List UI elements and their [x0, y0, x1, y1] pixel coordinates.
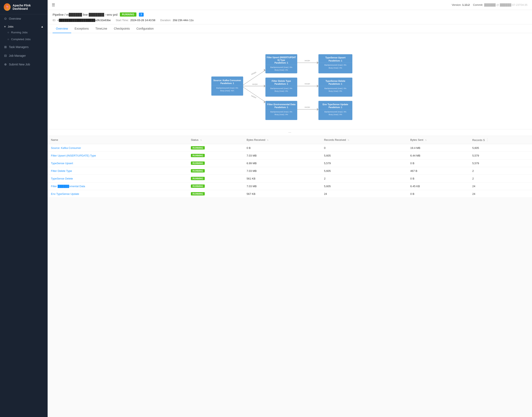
sidebar-item-running-jobs[interactable]: ○ Running Jobs: [0, 29, 48, 36]
table-row: TypeSense Upsert RUNNING 6.99 MB 5,579 0…: [48, 159, 532, 167]
job-duration-value: 20d 23h 44m 11s: [173, 19, 194, 22]
top-bar: ☰ Version: 1.13.2 Commit: ██████ @ █████…: [48, 0, 532, 10]
sidebar: 🦩 Apache Flink Dashboard ⊙ Overview ≡ Jo…: [0, 0, 48, 417]
svg-text:Filter Environmental Data: Filter Environmental Data: [267, 103, 296, 106]
row-records-sent-5: 24: [469, 182, 532, 190]
row-name-6[interactable]: Env TypeSense Update: [48, 190, 188, 198]
row-status-5: RUNNING: [188, 182, 243, 190]
row-bytes-sent-3: 467 B: [407, 167, 469, 175]
sidebar-item-task-managers[interactable]: ⊞ Task Managers: [0, 43, 48, 51]
svg-marker-12: [264, 69, 265, 72]
top-bar-left: ☰: [52, 3, 55, 7]
row-bytes-sent-2: 0 B: [407, 159, 469, 167]
overview-icon: ⊙: [4, 17, 7, 21]
row-records-recv-4: 2: [321, 175, 407, 182]
col-bytes-recv: Bytes Received ⇅: [243, 136, 321, 144]
row-bytes-recv-1: 7.03 MB: [243, 152, 321, 159]
sidebar-item-completed-jobs[interactable]: ○ Completed Jobs: [0, 36, 48, 43]
svg-text:Env TypeSense Update: Env TypeSense Update: [323, 103, 348, 106]
svg-text:Backpressured (max): 0%: Backpressured (max): 0%: [324, 64, 346, 66]
row-name-0[interactable]: Source: Kafka Consumer: [48, 144, 188, 152]
svg-text:Parallelism: 1: Parallelism: 1: [275, 62, 288, 64]
col-resize-handle[interactable]: ⋮: [486, 138, 489, 142]
table-row: Source: Kafka Consumer RUNNING 0 B 0 19.…: [48, 144, 532, 152]
sidebar-item-label: Overview: [9, 17, 21, 20]
table-body: Source: Kafka Consumer RUNNING 0 B 0 19.…: [48, 144, 532, 198]
table-row: Filter Upsert (INSERT/UPDATE) Type RUNNI…: [48, 152, 532, 159]
row-records-recv-3: 5,605: [321, 167, 407, 175]
table-row: Env TypeSense Update RUNNING 567 KB 24 0…: [48, 190, 532, 198]
row-records-recv-2: 5,579: [321, 159, 407, 167]
sidebar-item-overview[interactable]: ⊙ Overview: [0, 14, 48, 23]
svg-marker-14: [264, 100, 265, 103]
col-records-recv: Records Received ⇅: [321, 136, 407, 144]
row-records-sent-0: 5,605: [469, 144, 532, 152]
bytes-recv-sort-icon[interactable]: ⇅: [267, 139, 268, 141]
row-records-recv-0: 0: [321, 144, 407, 152]
svg-text:Filter Upsert (INSERT/UPDAT: Filter Upsert (INSERT/UPDAT: [267, 56, 296, 59]
sidebar-item-jobs[interactable]: ≡ Jobs ▲: [0, 23, 48, 29]
tab-checkpoints[interactable]: Checkpoints: [111, 24, 133, 33]
row-records-sent-2: 5,579: [469, 159, 532, 167]
row-bytes-sent-6: 0 B: [407, 190, 469, 198]
status-sort-icon[interactable]: ⇅: [200, 139, 202, 141]
svg-text:Busy (max): N/A: Busy (max): N/A: [220, 90, 234, 92]
job-status-badge: RUNNING: [120, 12, 136, 17]
svg-text:HASH: HASH: [305, 106, 310, 108]
row-status-6: RUNNING: [188, 190, 243, 198]
sidebar-completed-jobs-label: Completed Jobs: [11, 38, 31, 41]
row-name-2[interactable]: TypeSense Upsert: [48, 159, 188, 167]
job-title: Pipeline / m██████ line-███████ --env pr…: [52, 13, 117, 16]
records-recv-sort-icon[interactable]: ⇅: [348, 139, 349, 141]
sidebar-task-managers-label: Task Managers: [9, 45, 29, 49]
commit-info: Commit: ██████ @ ██████-07-23T04:35: [473, 3, 528, 6]
row-bytes-recv-0: 0 B: [243, 144, 321, 152]
row-bytes-recv-4: 561 KB: [243, 175, 321, 182]
table-expand-handle[interactable]: ···: [48, 129, 532, 136]
job-graph-svg: HASH HASH HASH HASH HASH HASH: [52, 37, 528, 124]
svg-text:Source: Kafka Consumer: Source: Kafka Consumer: [214, 79, 241, 82]
svg-marker-15: [317, 61, 318, 64]
row-name-5[interactable]: Filter ██████nmental Data: [48, 182, 188, 190]
col-bytes-sent: Bytes Sent ⇅: [407, 136, 469, 144]
row-records-sent-3: 2: [469, 167, 532, 175]
svg-text:HASH: HASH: [252, 83, 258, 85]
svg-text:HASH: HASH: [305, 60, 310, 62]
row-name-3[interactable]: Filter Delete Type: [48, 167, 188, 175]
svg-text:HASH: HASH: [251, 71, 256, 75]
svg-marker-16: [317, 84, 318, 87]
svg-text:Busy (max): 0%: Busy (max): 0%: [275, 69, 288, 71]
tab-exceptions[interactable]: Exceptions: [71, 24, 92, 33]
job-manager-icon: ⊟: [4, 54, 7, 58]
svg-text:Parallelism: 1: Parallelism: 1: [275, 83, 288, 85]
tab-timeline[interactable]: TimeLine: [92, 24, 111, 33]
running-jobs-icon: ○: [8, 31, 9, 34]
jobs-icon: ≡: [4, 25, 6, 28]
job-table-area: ··· Name Status ⇅ Bytes Received ⇅: [48, 129, 532, 198]
hamburger-menu-icon[interactable]: ☰: [52, 3, 55, 7]
sidebar-item-job-manager[interactable]: ⊟ Job Manager: [0, 51, 48, 60]
svg-text:Parallelism: 1: Parallelism: 1: [220, 82, 234, 84]
table-row: Filter Delete Type RUNNING 7.03 MB 5,605…: [48, 167, 532, 175]
svg-marker-13: [264, 84, 265, 87]
app-name: Apache Flink Dashboard: [13, 4, 44, 10]
bytes-sent-sort-icon[interactable]: ⇅: [425, 139, 427, 141]
content-area: HASH HASH HASH HASH HASH HASH: [48, 33, 532, 417]
row-bytes-sent-0: 19.4 MB: [407, 144, 469, 152]
submit-job-icon: ⊕: [4, 63, 7, 66]
svg-text:Parallelism: 1: Parallelism: 1: [328, 60, 342, 62]
tab-overview[interactable]: Overview: [52, 24, 71, 33]
sidebar-item-submit-new-job[interactable]: ⊕ Submit New Job: [0, 60, 48, 69]
svg-text:Busy (max): 0%: Busy (max): 0%: [275, 90, 288, 92]
svg-text:Parallelism: 1: Parallelism: 1: [328, 83, 342, 85]
row-status-1: RUNNING: [188, 152, 243, 159]
row-status-4: RUNNING: [188, 175, 243, 182]
tab-configuration[interactable]: Configuration: [133, 24, 157, 33]
task-managers-icon: ⊞: [4, 45, 7, 49]
sidebar-logo: 🦩 Apache Flink Dashboard: [0, 0, 48, 14]
row-name-4[interactable]: TypeSense Delete: [48, 175, 188, 182]
row-bytes-sent-4: 0 B: [407, 175, 469, 182]
row-bytes-recv-3: 7.03 MB: [243, 167, 321, 175]
row-name-1[interactable]: Filter Upsert (INSERT/UPDATE) Type: [48, 152, 188, 159]
job-graph-area: HASH HASH HASH HASH HASH HASH: [48, 33, 532, 129]
